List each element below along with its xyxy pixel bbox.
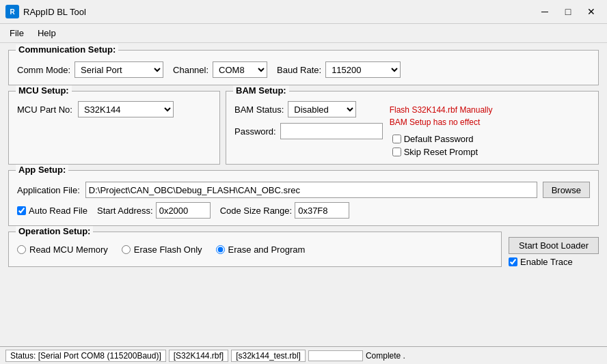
enable-trace-group: Enable Trace	[509, 257, 573, 267]
channel-group: Channel: COM8 COM1COM2COM3 COM4COM5COM6C…	[173, 61, 267, 78]
code-size-label: Code Size Range:	[220, 206, 293, 216]
bam-status-label: BAM Status:	[234, 104, 284, 115]
menu-help[interactable]: Help	[31, 25, 63, 41]
radio-erase: Erase Flash Only	[122, 244, 202, 255]
auto-read-checkbox[interactable]	[17, 206, 26, 215]
status-complete: Complete .	[366, 351, 405, 361]
status-segment-1: Status: [Serial Port COM8 (115200Baud)]	[5, 350, 166, 362]
baud-rate-label: Baud Rate:	[277, 65, 321, 75]
mcu-part-row: MCU Part No: S32K144 S32K148 S32K116	[17, 101, 211, 117]
bam-password-label: Password:	[234, 126, 276, 137]
code-size-input[interactable]	[295, 202, 349, 219]
enable-trace-label: Enable Trace	[520, 257, 573, 267]
main-content: Communication Setup: Comm Mode: Serial P…	[0, 43, 607, 274]
auto-read-label: Auto Read File	[29, 206, 87, 216]
app-setup-title: App Setup:	[16, 165, 68, 175]
bam-checkboxes: Default Password Skip Reset Prompt	[392, 134, 493, 157]
menu-bar: File Help	[0, 24, 607, 43]
operation-row-outer: Operation Setup: Read MCU Memory Erase F…	[8, 232, 599, 267]
radio-erase-prog: Erase and Program	[216, 244, 306, 255]
bam-fields: BAM Status: Disabled Enabled Password:	[234, 101, 383, 157]
default-password-checkbox[interactable]	[392, 135, 401, 143]
close-button[interactable]: ✕	[581, 4, 602, 19]
app-sub-row: Auto Read File Start Address: Code Size …	[17, 202, 590, 219]
menu-file[interactable]: File	[3, 25, 31, 41]
app-file-input[interactable]	[85, 182, 537, 198]
baud-rate-group: Baud Rate: 115200 96001920038400 5760023…	[277, 61, 401, 78]
skip-reset-checkbox[interactable]	[392, 148, 401, 156]
skip-reset-label: Skip Reset Prompt	[404, 147, 478, 157]
default-password-item: Default Password	[392, 134, 493, 144]
app-file-row: Application File: Browse	[17, 182, 590, 198]
radio-erase-prog-input[interactable]	[216, 245, 225, 254]
window-title: RAppID BL Tool	[23, 7, 535, 17]
skip-reset-item: Skip Reset Prompt	[392, 147, 493, 157]
op-radios: Read MCU Memory Erase Flash Only Erase a…	[17, 244, 493, 255]
status-segment-3: [s32k144_test.rbl]	[231, 350, 306, 362]
bam-setup-section: BAM Setup: BAM Status: Disabled Enabled …	[226, 91, 599, 165]
bam-right: Flash S32K144.rbf Manually BAM Setup has…	[390, 100, 493, 157]
mcu-bam-row: MCU Setup: MCU Part No: S32K144 S32K148 …	[8, 91, 599, 165]
browse-button[interactable]: Browse	[543, 182, 590, 198]
code-size-group: Code Size Range:	[220, 202, 350, 219]
comm-mode-select[interactable]: Serial Port CAN LIN	[75, 61, 163, 78]
minimize-button[interactable]: ─	[535, 4, 555, 19]
bam-password-input[interactable]	[280, 123, 383, 139]
bam-notice: Flash S32K144.rbf Manually BAM Setup has…	[390, 104, 493, 128]
maximize-button[interactable]: □	[558, 4, 578, 19]
start-address-input[interactable]	[156, 202, 211, 219]
radio-erase-label: Erase Flash Only	[134, 244, 202, 255]
mcu-setup-section: MCU Setup: MCU Part No: S32K144 S32K148 …	[8, 91, 220, 165]
comm-mode-group: Comm Mode: Serial Port CAN LIN	[17, 61, 163, 78]
window-controls: ─ □ ✕	[535, 4, 602, 19]
mcu-part-select[interactable]: S32K144 S32K148 S32K116	[78, 101, 174, 117]
mcu-part-label: MCU Part No:	[17, 104, 72, 115]
comm-setup-title: Communication Setup:	[16, 44, 118, 55]
status-bar: Status: [Serial Port COM8 (115200Baud)] …	[0, 346, 607, 364]
comm-row: Comm Mode: Serial Port CAN LIN Channel: …	[17, 61, 590, 78]
operation-setup-title: Operation Setup:	[16, 226, 93, 236]
bam-status-select[interactable]: Disabled Enabled	[288, 101, 356, 117]
start-boot-loader-button[interactable]: Start Boot Loader	[509, 237, 599, 254]
radio-read-input[interactable]	[17, 245, 26, 254]
radio-read: Read MCU Memory	[17, 244, 108, 255]
app-file-label: Application File:	[17, 185, 80, 195]
bam-inner: BAM Status: Disabled Enabled Password: F…	[234, 97, 590, 157]
comm-mode-label: Comm Mode:	[17, 65, 70, 75]
op-buttons-panel: Start Boot Loader Enable Trace	[502, 237, 599, 267]
radio-erase-prog-label: Erase and Program	[228, 244, 306, 255]
status-progress-bar	[308, 350, 363, 361]
radio-read-label: Read MCU Memory	[29, 244, 108, 255]
bam-status-row: BAM Status: Disabled Enabled	[234, 101, 383, 117]
bam-password-row: Password:	[234, 123, 383, 139]
start-address-label: Start Address:	[97, 206, 153, 216]
app-icon: R	[5, 5, 19, 18]
channel-label: Channel:	[173, 65, 208, 75]
bam-setup-title: BAM Setup:	[233, 85, 289, 96]
enable-trace-checkbox[interactable]	[509, 257, 517, 266]
operation-setup-section: Operation Setup: Read MCU Memory Erase F…	[8, 232, 502, 267]
channel-select[interactable]: COM8 COM1COM2COM3 COM4COM5COM6COM7	[213, 61, 267, 78]
auto-read-group: Auto Read File	[17, 206, 87, 216]
status-segment-2: [S32K144.rbf]	[169, 350, 228, 362]
radio-erase-input[interactable]	[122, 245, 131, 254]
title-bar: R RAppID BL Tool ─ □ ✕	[0, 0, 607, 24]
baud-rate-select[interactable]: 115200 96001920038400 57600230400	[325, 61, 401, 78]
app-setup-section: App Setup: Application File: Browse Auto…	[8, 170, 599, 226]
mcu-setup-title: MCU Setup:	[16, 85, 72, 96]
default-password-label: Default Password	[404, 134, 474, 144]
start-address-group: Start Address:	[97, 202, 211, 219]
comm-setup-section: Communication Setup: Comm Mode: Serial P…	[8, 50, 599, 85]
